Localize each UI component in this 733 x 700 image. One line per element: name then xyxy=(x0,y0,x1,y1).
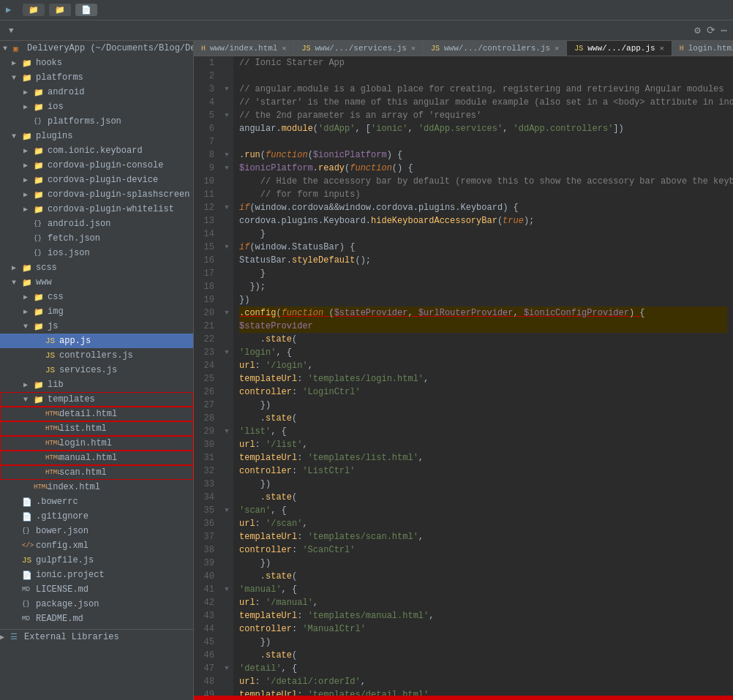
sidebar-item-css[interactable]: ▶ 📁 css xyxy=(0,290,193,304)
line-number-9: 9 xyxy=(200,162,214,175)
fold-41[interactable]: ▼ xyxy=(220,583,233,596)
tab-close-0[interactable]: ✕ xyxy=(282,44,286,53)
editor-tab-3[interactable]: JS www/.../app.js ✕ xyxy=(567,41,672,56)
fold-12[interactable]: ▼ xyxy=(220,201,233,214)
sidebar-item-externalLibs[interactable]: ▶ ☰ External Libraries xyxy=(0,629,193,644)
tab-close-2[interactable]: ✕ xyxy=(555,44,559,53)
fold-35[interactable]: ▼ xyxy=(220,504,233,517)
line-number-37: 37 xyxy=(200,530,214,543)
sidebar-item-manual.html[interactable]: HTML manual.html xyxy=(0,451,193,465)
fold-20[interactable]: ▼ xyxy=(220,306,233,320)
sidebar-item-package.json[interactable]: {} package.json xyxy=(0,597,193,611)
editor-tab-2[interactable]: JS www/.../controllers.js ✕ xyxy=(424,41,567,56)
code-line-3: // angular.module is a global place for … xyxy=(239,83,727,96)
code-line-34: .state( xyxy=(239,491,727,504)
code-line-17: } xyxy=(239,267,727,280)
tab-icon-1: JS xyxy=(301,45,310,53)
sidebar-item-list.html[interactable]: HTML list.html xyxy=(0,421,193,436)
sidebar-item-ios[interactable]: ▶ 📁 ios xyxy=(0,99,193,114)
sidebar-item-fetch.json[interactable]: {} fetch.json xyxy=(0,231,193,246)
fold-10 xyxy=(220,175,233,188)
fold-23[interactable]: ▼ xyxy=(220,346,233,359)
sidebar-item-js[interactable]: ▼ 📁 js xyxy=(0,319,193,334)
line-number-8: 8 xyxy=(200,148,214,162)
sidebar-item-platforms[interactable]: ▼ 📁 platforms xyxy=(0,70,193,85)
editor-tab-4[interactable]: H login.html ✕ xyxy=(672,41,733,56)
sidebar-item-scan.html[interactable]: HTML scan.html xyxy=(0,465,193,480)
fold-8[interactable]: ▼ xyxy=(220,148,233,162)
sidebar-item-templates[interactable]: ▼ 📁 templates xyxy=(0,392,193,407)
fold-5[interactable]: ▼ xyxy=(220,109,233,122)
sidebar-item-www[interactable]: ▼ 📁 www xyxy=(0,275,193,290)
sidebar-item-plugins[interactable]: ▼ 📁 plugins xyxy=(0,129,193,143)
line-number-21: 21 xyxy=(200,320,214,333)
sidebar-item-.bowerrc[interactable]: 📄 .bowerrc xyxy=(0,494,193,509)
tab-close-3[interactable]: ✕ xyxy=(660,44,664,53)
fold-6 xyxy=(220,122,233,135)
sidebar-item-cordova-plugin-console[interactable]: ▶ 📁 cordova-plugin-console xyxy=(0,158,193,173)
sidebar-item-README.md[interactable]: MD README.md xyxy=(0,611,193,626)
project-dropdown-arrow[interactable]: ▼ xyxy=(9,26,14,35)
code-line-11: // for form inputs) xyxy=(239,188,727,201)
sidebar-item-ionic.project[interactable]: 📄 ionic.project xyxy=(0,568,193,582)
fold-9[interactable]: ▼ xyxy=(220,162,233,175)
sidebar-item-controllers.js[interactable]: JS controllers.js xyxy=(0,348,193,363)
title-tab-appjs[interactable]: 📄 xyxy=(75,4,97,16)
app-title: ▶ xyxy=(6,4,14,15)
line-number-29: 29 xyxy=(200,425,214,438)
code-content[interactable]: // Ionic Starter App // angular.module i… xyxy=(233,56,733,696)
editor-tab-0[interactable]: H www/index.html ✕ xyxy=(194,41,294,56)
tab-close-1[interactable]: ✕ xyxy=(411,44,416,53)
title-tabs: 📁 📁 📄 xyxy=(23,4,97,16)
title-tab-js[interactable]: 📁 xyxy=(49,4,71,16)
sidebar-item-img[interactable]: ▶ 📁 img xyxy=(0,304,193,319)
title-tab-www[interactable]: 📁 xyxy=(23,4,45,16)
fold-47[interactable]: ▼ xyxy=(220,662,233,675)
line-number-4: 4 xyxy=(200,96,214,109)
sidebar-item-android[interactable]: ▶ 📁 android xyxy=(0,85,193,99)
fold-29[interactable]: ▼ xyxy=(220,425,233,438)
sidebar-item-.gitignore[interactable]: 📄 .gitignore xyxy=(0,509,193,524)
line-number-46: 46 xyxy=(200,649,214,662)
sync-icon[interactable]: ⟳ xyxy=(707,24,715,37)
sidebar-item-cordova-plugin-splashscreen[interactable]: ▶ 📁 cordova-plugin-splashscreen xyxy=(0,187,193,202)
sidebar-item-login.html[interactable]: HTML login.html xyxy=(0,436,193,451)
sidebar-item-bower.json[interactable]: {} bower.json xyxy=(0,524,193,538)
more-icon[interactable]: ⋯ xyxy=(721,24,727,37)
code-line-18: }); xyxy=(239,280,727,293)
sidebar-item-gulpfile.js[interactable]: JS gulpfile.js xyxy=(0,553,193,568)
sidebar-item-cordova-plugin-whitelist[interactable]: ▶ 📁 cordova-plugin-whitelist xyxy=(0,202,193,217)
editor-tabs: H www/index.html ✕ JS www/.../services.j… xyxy=(194,41,733,56)
fold-3[interactable]: ▼ xyxy=(220,83,233,96)
line-number-20: 20 xyxy=(200,306,214,320)
sidebar-item-cordova-plugin-device[interactable]: ▶ 📁 cordova-plugin-device xyxy=(0,173,193,187)
line-number-43: 43 xyxy=(200,609,214,622)
fold-column: ▼▼▼▼▼▼▼▼▼▼▼▼ xyxy=(220,56,233,696)
sidebar-root[interactable]: ▼ ▣ DeliveryApp (~/Documents/Blog/Deli..… xyxy=(0,41,193,56)
sidebar-item-hooks[interactable]: ▶ 📁 hooks xyxy=(0,56,193,70)
sidebar-item-ios.json[interactable]: {} ios.json xyxy=(0,246,193,260)
project-toolbar: ▼ ⚙ ⟳ ⋯ xyxy=(0,20,733,41)
fold-16 xyxy=(220,254,233,267)
settings-icon[interactable]: ⚙ xyxy=(694,24,700,37)
sidebar-item-index.html[interactable]: HTML index.html xyxy=(0,480,193,494)
code-line-33: }) xyxy=(239,478,727,491)
line-number-7: 7 xyxy=(200,135,214,148)
sidebar-item-app.js[interactable]: JS app.js xyxy=(0,334,193,348)
sidebar-item-scss[interactable]: ▶ 📁 scss xyxy=(0,260,193,275)
sidebar-item-com.ionic.keyboard[interactable]: ▶ 📁 com.ionic.keyboard xyxy=(0,143,193,158)
sidebar-item-android.json[interactable]: {} android.json xyxy=(0,217,193,231)
fold-42 xyxy=(220,596,233,609)
editor-area: H www/index.html ✕ JS www/.../services.j… xyxy=(194,41,733,700)
code-line-10: // Hide the accessory bar by default (re… xyxy=(239,175,727,188)
sidebar-item-lib[interactable]: ▶ 📁 lib xyxy=(0,377,193,392)
sidebar-item-config.xml[interactable]: </> config.xml xyxy=(0,538,193,553)
sidebar-item-LICENSE.md[interactable]: MD LICENSE.md xyxy=(0,582,193,597)
fold-15[interactable]: ▼ xyxy=(220,241,233,254)
fold-18 xyxy=(220,280,233,293)
editor-tab-1[interactable]: JS www/.../services.js ✕ xyxy=(294,41,423,56)
code-line-20: .config(function ($stateProvider, $urlRo… xyxy=(239,306,727,320)
sidebar-item-platforms.json[interactable]: {} platforms.json xyxy=(0,114,193,129)
sidebar-item-services.js[interactable]: JS services.js xyxy=(0,363,193,377)
sidebar-item-detail.html[interactable]: HTML detail.html xyxy=(0,407,193,421)
